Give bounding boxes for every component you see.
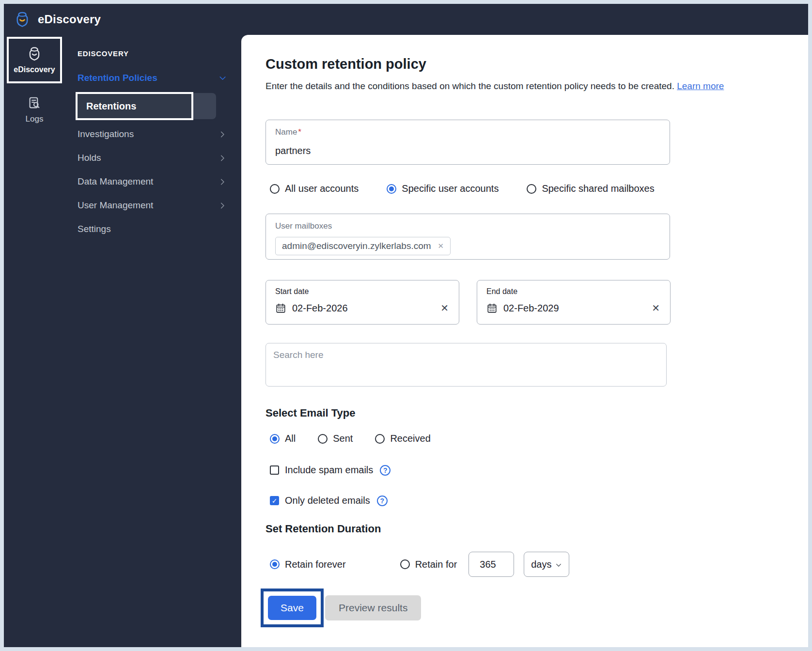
radio-specific-user-accounts[interactable]: Specific user accounts [387, 183, 499, 194]
sidebar-item-label: Investigations [78, 129, 134, 140]
checkbox-icon [270, 465, 279, 475]
help-icon[interactable]: ? [380, 465, 390, 476]
end-date-label: End date [486, 287, 661, 296]
vault-shield-icon [27, 46, 42, 62]
sidebar-item-user-management[interactable]: User Management [73, 195, 241, 216]
mailbox-chip: admin@ediscoveryin.zylkerlabs.com ✕ [275, 237, 451, 255]
log-search-icon [27, 96, 42, 110]
sidebar-item-settings[interactable]: Settings [73, 218, 241, 240]
radio-icon [387, 184, 396, 194]
save-button[interactable]: Save [268, 596, 316, 620]
end-date-field[interactable]: End date 02-Feb-2029 ✕ [477, 280, 671, 325]
app-window: eDiscovery eDiscovery Logs EDISC [4, 4, 808, 647]
end-date-value: 02-Feb-2029 [503, 303, 651, 314]
highlight-box-save: Save [261, 589, 324, 627]
sidebar-item-label: Holds [78, 153, 101, 163]
clear-end-date-icon[interactable]: ✕ [651, 302, 661, 314]
preview-results-button[interactable]: Preview results [325, 595, 421, 620]
sidebar-item-retentions-wrap: Retentions [73, 92, 241, 120]
page-subtitle: Enter the details and the conditions bas… [265, 81, 808, 92]
rail-item-label: Logs [26, 114, 44, 124]
radio-icon [270, 559, 280, 569]
calendar-icon [486, 303, 498, 314]
nav-section-label: EDISCOVERY [73, 49, 241, 58]
radio-email-all[interactable]: All [270, 433, 296, 444]
date-range-row: Start date 02-Feb-2026 ✕ End date 02-Feb… [265, 280, 808, 325]
retention-duration-heading: Set Retention Duration [265, 523, 808, 535]
page-subtitle-text: Enter the details and the conditions bas… [265, 81, 674, 91]
clear-start-date-icon[interactable]: ✕ [439, 302, 450, 314]
chevron-right-icon [219, 202, 227, 210]
chevron-right-icon [219, 130, 227, 139]
user-mailboxes-field[interactable]: User mailboxes admin@ediscoveryin.zylker… [265, 214, 670, 260]
chevron-down-icon [555, 562, 562, 569]
ediscovery-logo-icon [14, 11, 31, 28]
name-field-label: Name* [275, 127, 660, 137]
user-mailboxes-label: User mailboxes [275, 221, 660, 231]
main-panel: Custom retention policy Enter the detail… [241, 35, 808, 647]
rail-item-ediscovery[interactable]: eDiscovery [14, 46, 55, 74]
name-field[interactable]: Name* partners [265, 120, 670, 165]
sidebar-item-label: Settings [78, 224, 111, 234]
chevron-right-icon [219, 154, 227, 162]
email-type-heading: Select Email Type [265, 407, 808, 419]
sidebar-item-retention-policies[interactable]: Retention Policies [73, 67, 241, 89]
search-input[interactable] [273, 350, 659, 380]
rail-item-label: eDiscovery [14, 65, 55, 74]
sidebar-item-label: User Management [78, 200, 153, 211]
duration-unit-value: days [531, 559, 551, 570]
radio-icon [375, 434, 385, 444]
radio-retain-for[interactable]: Retain for [400, 559, 457, 570]
email-type-radio-group: All Sent Received [265, 433, 808, 444]
radio-icon [318, 434, 328, 444]
sidebar-item-data-management[interactable]: Data Management [73, 171, 241, 192]
learn-more-link[interactable]: Learn more [677, 81, 724, 91]
radio-specific-shared-mailboxes[interactable]: Specific shared mailboxes [527, 183, 654, 194]
sidebar-item-label: Retentions [86, 101, 136, 112]
radio-email-received[interactable]: Received [375, 433, 430, 444]
duration-unit-select[interactable]: days [524, 552, 569, 577]
radio-icon [527, 184, 536, 194]
checkbox-checked-icon [270, 496, 279, 505]
duration-value-input[interactable] [468, 552, 514, 577]
radio-icon [270, 184, 280, 194]
sidebar-item-investigations[interactable]: Investigations [73, 124, 241, 145]
start-date-field[interactable]: Start date 02-Feb-2026 ✕ [265, 280, 459, 325]
radio-icon [270, 434, 280, 444]
mailbox-chip-value: admin@ediscoveryin.zylkerlabs.com [282, 241, 431, 251]
sidebar-nav: EDISCOVERY Retention Policies Retentions… [73, 35, 241, 647]
retention-radio-group: Retain forever Retain for days [265, 552, 808, 577]
name-field-value: partners [275, 145, 660, 156]
top-bar: eDiscovery [4, 4, 808, 35]
include-spam-checkbox-row[interactable]: Include spam emails ? [265, 465, 808, 476]
sidebar-item-holds[interactable]: Holds [73, 147, 241, 169]
chip-remove-icon[interactable]: ✕ [438, 242, 444, 250]
sidebar-item-label: Data Management [78, 176, 153, 187]
sidebar-item-label: Retention Policies [78, 73, 157, 83]
radio-all-user-accounts[interactable]: All user accounts [270, 183, 359, 194]
sidebar-item-retentions[interactable]: Retentions [76, 92, 193, 120]
help-icon[interactable]: ? [377, 496, 388, 506]
page-title: Custom retention policy [265, 56, 808, 72]
radio-retain-forever[interactable]: Retain forever [270, 559, 346, 570]
highlight-box-ediscovery: eDiscovery [7, 37, 62, 83]
icon-rail: eDiscovery Logs [4, 35, 73, 647]
required-asterisk: * [298, 127, 301, 137]
calendar-icon [275, 303, 286, 314]
app-title: eDiscovery [38, 13, 101, 26]
radio-email-sent[interactable]: Sent [318, 433, 353, 444]
search-box [265, 343, 667, 387]
chevron-right-icon [219, 178, 227, 186]
start-date-value: 02-Feb-2026 [292, 303, 439, 314]
only-deleted-checkbox-row[interactable]: Only deleted emails ? [265, 495, 808, 506]
chevron-down-icon [219, 74, 227, 82]
account-scope-radio-group: All user accounts Specific user accounts… [265, 183, 808, 194]
start-date-label: Start date [275, 287, 450, 296]
radio-icon [400, 559, 410, 569]
rail-item-logs[interactable]: Logs [7, 96, 62, 124]
form-actions: Save Preview results [261, 589, 808, 627]
